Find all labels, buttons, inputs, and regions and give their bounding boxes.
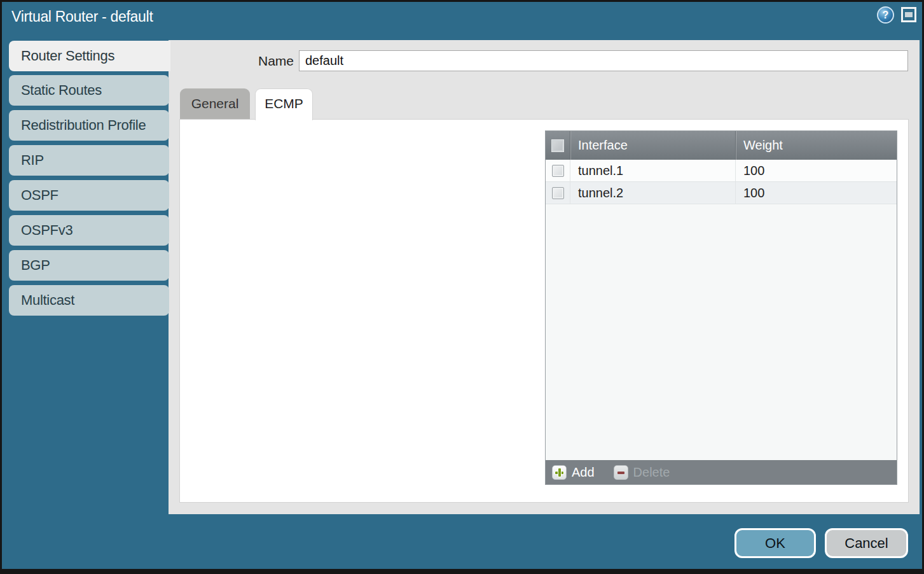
row-check-cell [546,160,570,181]
window-inner-rect [905,12,913,17]
table-header: Interface Weight [546,131,897,160]
table-toolbar: Add Delete [546,460,897,484]
interface-cell: tunnel.1 [570,160,735,181]
header-check-cell [546,131,570,160]
weight-cell: 100 [735,160,897,181]
name-input[interactable] [299,50,908,71]
column-header-interface[interactable]: Interface [570,131,735,160]
dialog-title: Virtual Router - default [11,8,153,25]
select-all-checkbox[interactable] [551,139,564,152]
delete-button[interactable]: Delete [614,465,670,480]
virtual-router-dialog: Virtual Router - default ? Router Settin… [0,0,924,574]
add-plus-icon [552,465,567,480]
sidebar-item-bgp[interactable]: BGP [9,250,169,281]
sidebar-item-redistribution-profile[interactable]: Redistribution Profile [9,110,169,141]
row-checkbox[interactable] [552,187,564,199]
help-icon[interactable]: ? [877,6,894,24]
name-label: Name [242,53,294,69]
tab-general[interactable]: General [180,88,250,119]
row-checkbox[interactable] [552,165,564,177]
add-button-label: Add [572,465,595,480]
row-check-cell [546,182,570,204]
delete-minus-icon [614,465,628,480]
tab-ecmp[interactable]: ECMP [255,88,313,120]
question-mark-glyph: ? [883,10,889,21]
window-icon[interactable] [901,7,916,22]
sidebar-item-rip[interactable]: RIP [9,145,169,176]
table-row[interactable]: tunnel.2 100 [546,182,897,204]
delete-button-label: Delete [633,465,670,480]
add-button[interactable]: Add [552,465,595,480]
interface-table: Interface Weight tunnel.1 100 tunnel.2 1… [545,130,897,485]
sidebar-item-static-routes[interactable]: Static Routes [9,75,169,106]
column-header-weight[interactable]: Weight [735,131,897,160]
sidebar-item-ospf[interactable]: OSPF [9,180,169,211]
ok-button[interactable]: OK [734,528,816,558]
weight-cell: 100 [735,182,897,204]
interface-cell: tunnel.2 [570,182,735,204]
cancel-button[interactable]: Cancel [825,528,908,558]
table-row[interactable]: tunnel.1 100 [546,160,897,182]
sidebar-item-ospfv3[interactable]: OSPFv3 [9,215,169,246]
sidebar-item-router-settings[interactable]: Router Settings [9,41,170,71]
sidebar-item-multicast[interactable]: Multicast [9,285,169,316]
